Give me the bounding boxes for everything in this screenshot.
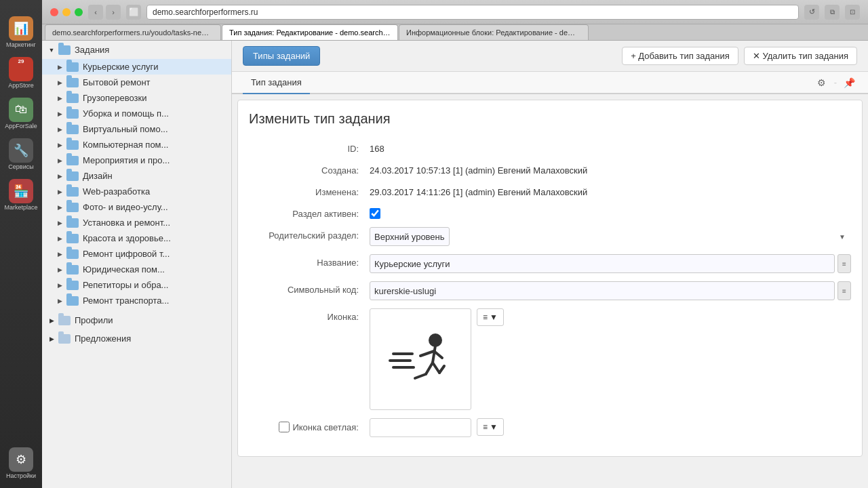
nav-folder-computer [66, 140, 79, 150]
nav-text-proposals: Предложения [75, 333, 226, 344]
settings-icon[interactable]: ⚙ [814, 75, 830, 91]
code-input[interactable] [370, 281, 835, 300]
nav-item-beauty[interactable]: ▶ Красота и здоровье... [42, 230, 231, 246]
nav-item-uborka[interactable]: ▶ Уборка и помощь п... [42, 106, 231, 121]
icon-light-area: ≡ ▼ [370, 418, 851, 437]
dock-item-calendar[interactable]: 29 AppStore [2, 54, 40, 92]
refresh-button[interactable]: ↺ [804, 5, 819, 20]
forward-button[interactable]: › [106, 5, 121, 20]
svg-line-10 [439, 366, 444, 373]
url-text: demo.searchforperformers.ru [153, 7, 258, 17]
nav-folder-uborka [66, 109, 79, 119]
window-button[interactable]: ⊡ [845, 5, 860, 20]
icon-svg [387, 325, 454, 393]
nav-item-photo[interactable]: ▶ Фото- и видео-услу... [42, 199, 231, 215]
form-title: Изменить тип задания [249, 111, 851, 127]
icon-list-button[interactable]: ≡ ▼ [477, 308, 504, 326]
divider: - [834, 77, 837, 87]
nav-section-proposals[interactable]: ▶ Предложения [42, 329, 231, 348]
dock-item-services[interactable]: 🔧 Сервисы [2, 136, 40, 174]
nav-folder-design [66, 171, 79, 181]
dock-item-settings[interactable]: ⚙ Настройки [2, 445, 40, 483]
back-button[interactable]: ‹ [88, 5, 103, 20]
id-label: ID: [249, 140, 364, 154]
nav-label-bytovoy: Бытовой ремонт [83, 77, 226, 87]
name-input-group: ≡ [370, 254, 851, 273]
nav-arrow-profiles: ▶ [47, 317, 56, 325]
parent-select-wrapper: Верхний уровень [370, 227, 851, 246]
nav-item-repair-transport[interactable]: ▶ Ремонт транспорта... [42, 293, 231, 308]
svg-point-3 [430, 335, 441, 346]
dock-label-services: Сервисы [8, 164, 33, 171]
tab-2[interactable]: Информационные блоки: Редактирование - d… [399, 24, 589, 40]
name-input[interactable] [370, 254, 835, 273]
nav-item-virtual[interactable]: ▶ Виртуальный помо... [42, 121, 231, 137]
parent-select[interactable]: Верхний уровень [370, 227, 450, 246]
pin-icon[interactable]: 📌 [841, 75, 857, 91]
active-checkbox[interactable] [370, 208, 380, 219]
code-input-group: ≡ [370, 281, 851, 300]
dock-item-appforsale[interactable]: 🛍 AppForSale [2, 95, 40, 133]
nav-item-repair-digital[interactable]: ▶ Ремонт цифровой т... [42, 246, 231, 262]
maximize-button[interactable] [75, 8, 83, 16]
nav-folder-events [66, 156, 79, 165]
nav-item-bytovoy[interactable]: ▶ Бытовой ремонт [42, 75, 231, 90]
nav-folder-kureri [66, 62, 79, 72]
share-button[interactable]: ⬜ [126, 5, 141, 20]
dock-item-marketing[interactable]: 📊 Маркетинг [2, 14, 40, 52]
icon-light-preview [370, 418, 471, 437]
modified-value: 29.03.2017 14:11:26 [1] (admin) Евгений … [370, 184, 587, 197]
dock-label-marketplace: Marketplace [4, 205, 37, 211]
icon-preview [370, 308, 471, 410]
svg-line-8 [415, 374, 426, 378]
nav-label-repair-transport: Ремонт транспорта... [83, 296, 226, 306]
form-tabs: Тип задания ⚙ - 📌 [232, 72, 868, 94]
nav-item-gruz[interactable]: ▶ Грузоперевозки [42, 90, 231, 106]
nav-folder-photo [66, 203, 79, 212]
nav-item-install[interactable]: ▶ Установка и ремонт... [42, 215, 231, 230]
address-bar[interactable]: demo.searchforperformers.ru [146, 5, 799, 20]
dropdown-arrow-2: ▼ [490, 422, 498, 432]
add-task-type-button[interactable]: + Добавить тип задания [622, 47, 738, 65]
parent-label: Родительский раздел: [249, 227, 364, 241]
name-side-btn[interactable]: ≡ [837, 254, 851, 273]
mac-dock: 📊 Маркетинг 29 AppStore 🛍 AppForSale 🔧 С… [0, 0, 42, 488]
nav-folder-repair-transport [66, 296, 79, 306]
nav-item-events[interactable]: ▶ Мероприятия и про... [42, 152, 231, 168]
icon-light-checkbox[interactable] [279, 422, 290, 432]
tab-task-type[interactable]: Тип задания [243, 72, 310, 94]
extensions-button[interactable]: ⧉ [825, 5, 840, 20]
nav-folder-web [66, 187, 79, 197]
nav-text-profiles: Профили [75, 315, 226, 325]
nav-section-zadaniya[interactable]: ▼ Задания [42, 41, 231, 59]
modified-label: Изменена: [249, 184, 364, 197]
nav-item-computer[interactable]: ▶ Компьютерная пом... [42, 137, 231, 152]
id-value: 168 [370, 140, 384, 154]
task-types-button[interactable]: Типы заданий [243, 46, 320, 66]
nav-item-legal[interactable]: ▶ Юридическая пом... [42, 262, 231, 277]
nav-item-design[interactable]: ▶ Дизайн [42, 168, 231, 184]
form-content: Изменить тип задания ID: 168 Создана: 24… [237, 100, 863, 457]
close-button[interactable] [50, 8, 58, 16]
tab-0[interactable]: demo.searchforperformers.ru/youdo/tasks-… [45, 24, 221, 40]
dock-label-marketing: Маркетинг [6, 42, 36, 49]
icon-light-list-button[interactable]: ≡ ▼ [477, 418, 504, 436]
nav-folder-repair-digital [66, 249, 79, 259]
tab-1[interactable]: Тип задания: Редактирование - demo.searc… [222, 24, 398, 40]
nav-item-web[interactable]: ▶ Web-разработка [42, 184, 231, 199]
form-row-created: Создана: 24.03.2017 10:57:13 [1] (admin)… [249, 162, 851, 176]
minimize-button[interactable] [62, 8, 71, 16]
nav-text-zadaniya: Задания [75, 45, 226, 55]
form-row-parent: Родительский раздел: Верхний уровень [249, 227, 851, 246]
dock-label-appforsale: AppForSale [5, 123, 37, 130]
nav-item-kurerskie[interactable]: ▶ Курьерские услуги [42, 59, 231, 75]
list-icon: ≡ [483, 312, 488, 322]
dock-item-marketplace[interactable]: 🏪 Marketplace [2, 176, 40, 214]
form-row-code: Символьный код: ≡ [249, 281, 851, 300]
left-nav-sidebar: ▼ Задания ▶ Курьерские услуги ▶ Бытовой … [42, 41, 232, 488]
form-row-icon: Иконка: [249, 308, 851, 410]
nav-item-tutors[interactable]: ▶ Репетиторы и обра... [42, 277, 231, 293]
code-side-btn[interactable]: ≡ [837, 281, 851, 300]
nav-section-profiles[interactable]: ▶ Профили [42, 311, 231, 329]
delete-task-type-button[interactable]: ✕ Удалить тип задания [744, 47, 857, 65]
